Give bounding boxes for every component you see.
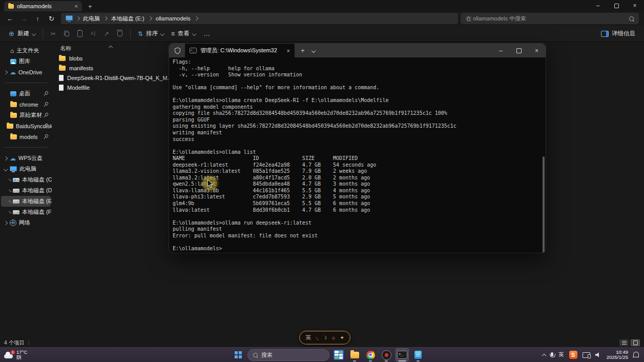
chevron-right-icon[interactable] bbox=[4, 156, 8, 160]
ime-settings-gear-icon[interactable]: ☼ bbox=[331, 335, 336, 340]
chevron-right-icon[interactable] bbox=[9, 189, 11, 192]
close-button[interactable]: × bbox=[626, 0, 644, 11]
taskbar-clock[interactable]: 10:49 2025/1/25 bbox=[607, 350, 628, 360]
chevron-right-icon[interactable] bbox=[4, 70, 8, 74]
ime-skin-icon[interactable]: ✦ bbox=[340, 335, 344, 340]
windows-logo-icon bbox=[235, 351, 242, 358]
rename-button[interactable]: A| bbox=[87, 28, 100, 40]
new-tab-button[interactable]: + bbox=[88, 3, 92, 10]
sidebar-item-WPS云盘[interactable]: ☁WPS云盘 bbox=[1, 153, 51, 164]
breadcrumb-item[interactable]: 本地磁盘 (E:) bbox=[111, 15, 144, 23]
drive-icon bbox=[13, 199, 19, 204]
sidebar-item-此电脑[interactable]: 此电脑 bbox=[1, 164, 51, 174]
sidebar-item-OneDrive[interactable]: ☁OneDrive bbox=[1, 67, 51, 77]
weather-badge: 1 bbox=[11, 350, 15, 354]
terminal-close-button[interactable]: × bbox=[528, 44, 546, 57]
terminal-scrollbar[interactable] bbox=[543, 156, 545, 253]
hidden-icons-button[interactable] bbox=[543, 350, 546, 359]
grid-app-icon bbox=[334, 350, 344, 360]
sidebar-item-BaiduSyncdisk[interactable]: BaiduSyncdisk bbox=[1, 120, 51, 131]
cast-display-icon[interactable] bbox=[583, 352, 590, 358]
sidebar-item-原始素材[interactable]: 原始素材 bbox=[1, 110, 51, 120]
weather-condition: 阴 bbox=[16, 354, 22, 360]
new-button[interactable]: ⊕ 新建 bbox=[5, 28, 39, 40]
terminal-tab[interactable]: >_ 管理员: C:\Windows\System32 × bbox=[185, 44, 295, 57]
running-indicator bbox=[385, 360, 388, 361]
copy-button[interactable] bbox=[60, 28, 73, 40]
sidebar-item-网络[interactable]: 网络 bbox=[1, 217, 51, 228]
sidebar-separator bbox=[4, 147, 48, 148]
sidebar-item-桌面[interactable]: 桌面 bbox=[1, 88, 51, 99]
chevron-right-icon[interactable] bbox=[9, 200, 11, 203]
ime-night-mode-icon[interactable]: ☽ bbox=[322, 335, 327, 340]
terminal-tab-close-icon[interactable]: × bbox=[287, 48, 290, 54]
start-button[interactable] bbox=[232, 348, 245, 361]
chevron-right-icon[interactable] bbox=[9, 178, 11, 181]
taskbar-app-notepad[interactable] bbox=[411, 348, 425, 361]
sidebar-item-label: 本地磁盘 (D:) bbox=[22, 187, 52, 194]
up-button[interactable]: ↑ bbox=[31, 12, 45, 25]
minimize-button[interactable]: – bbox=[589, 0, 607, 11]
explorer-tab[interactable]: ollamamodels × bbox=[4, 1, 82, 11]
chrome-icon bbox=[366, 351, 375, 359]
sogou-input-icon[interactable]: S bbox=[569, 351, 577, 359]
details-view-button[interactable] bbox=[619, 339, 629, 346]
status-divider bbox=[29, 340, 29, 345]
more-options-button[interactable]: … bbox=[199, 30, 215, 37]
details-pane-button[interactable]: 详细信息 bbox=[597, 28, 639, 40]
column-header-label: 名称 bbox=[60, 45, 71, 52]
ime-mode-english[interactable]: 英 bbox=[305, 334, 311, 341]
sidebar-item-本地磁盘 (E:)[interactable]: 本地磁盘 (E:) bbox=[1, 196, 51, 207]
taskbar-app-recorder[interactable] bbox=[380, 348, 393, 361]
breadcrumb-item[interactable]: ollamamodels bbox=[156, 15, 191, 22]
terminal-title-bar[interactable]: >_ 管理员: C:\Windows\System32 × + – × bbox=[169, 44, 546, 57]
microphone-icon[interactable] bbox=[551, 352, 553, 356]
delete-button[interactable] bbox=[113, 28, 127, 40]
terminal-new-tab-button[interactable]: + bbox=[301, 47, 305, 54]
taskbar: 1 17°C 阴 搜索 bbox=[0, 347, 644, 362]
search-box[interactable]: 在 ollamamodels 中搜索 bbox=[461, 13, 639, 24]
sidebar-item-图库[interactable]: 图库 bbox=[1, 56, 51, 67]
sidebar-item-chrome[interactable]: chrome bbox=[1, 99, 51, 110]
address-bar[interactable]: 此电脑本地磁盘 (E:)ollamamodels bbox=[61, 13, 458, 24]
terminal-minimize-button[interactable]: – bbox=[492, 44, 510, 57]
chevron-right-icon[interactable] bbox=[4, 220, 8, 225]
taskbar-app-file-explorer[interactable] bbox=[348, 348, 361, 361]
forward-button[interactable]: → bbox=[17, 12, 31, 25]
sort-button[interactable]: ⇅ 排序 bbox=[134, 28, 168, 40]
tab-close-icon[interactable]: × bbox=[75, 4, 78, 9]
sidebar-item-本地磁盘 (D:)[interactable]: 本地磁盘 (D:) bbox=[1, 185, 51, 196]
sidebar-item-本地磁盘 (F:)[interactable]: 本地磁盘 (F:) bbox=[1, 207, 51, 217]
sidebar-item-主文件夹[interactable]: ⌂主文件夹 bbox=[1, 45, 51, 56]
chevron-down-icon bbox=[192, 31, 196, 35]
share-button[interactable]: ↗ bbox=[100, 28, 113, 40]
view-button[interactable]: ≡ 查看 bbox=[168, 28, 199, 40]
speaker-icon[interactable] bbox=[595, 352, 601, 357]
weather-widget[interactable]: 1 17°C 阴 bbox=[0, 350, 112, 360]
refresh-button[interactable]: ↻ bbox=[45, 12, 58, 25]
chevron-down-icon[interactable] bbox=[4, 167, 8, 171]
back-button[interactable]: ← bbox=[3, 12, 17, 25]
paste-button[interactable] bbox=[73, 28, 87, 40]
ime-punctuation-icon[interactable]: ·, bbox=[315, 335, 318, 340]
sidebar-item-models[interactable]: models bbox=[1, 131, 51, 142]
ime-indicator[interactable]: 英 bbox=[558, 351, 564, 358]
breadcrumb-item[interactable]: 此电脑 bbox=[83, 15, 100, 23]
terminal-maximize-button[interactable] bbox=[510, 44, 528, 57]
taskbar-app-terminal[interactable]: >_ bbox=[396, 348, 409, 361]
terminal-body[interactable]: Flags: -h, --help help for ollama -v, --… bbox=[169, 57, 546, 253]
restore-button[interactable] bbox=[607, 0, 626, 11]
large-icons-view-button[interactable] bbox=[631, 339, 640, 346]
folder-icon bbox=[10, 134, 17, 139]
ime-toolbar[interactable]: 英 ·, ☽ ☼ ✦ bbox=[299, 331, 350, 345]
cut-button[interactable]: ✂ bbox=[47, 28, 60, 40]
terminal-tab-dropdown-button[interactable] bbox=[312, 49, 315, 52]
pin-icon bbox=[44, 102, 49, 107]
chevron-right-icon[interactable] bbox=[9, 211, 11, 213]
taskbar-app-grid[interactable] bbox=[332, 348, 345, 361]
taskbar-search[interactable]: 搜索 bbox=[247, 349, 329, 361]
clock-time: 10:49 bbox=[616, 349, 628, 355]
notifications-bell-icon[interactable] bbox=[633, 352, 639, 357]
taskbar-app-chrome[interactable] bbox=[364, 348, 377, 361]
sidebar-item-本地磁盘 (C:)[interactable]: 本地磁盘 (C:) bbox=[1, 174, 51, 185]
